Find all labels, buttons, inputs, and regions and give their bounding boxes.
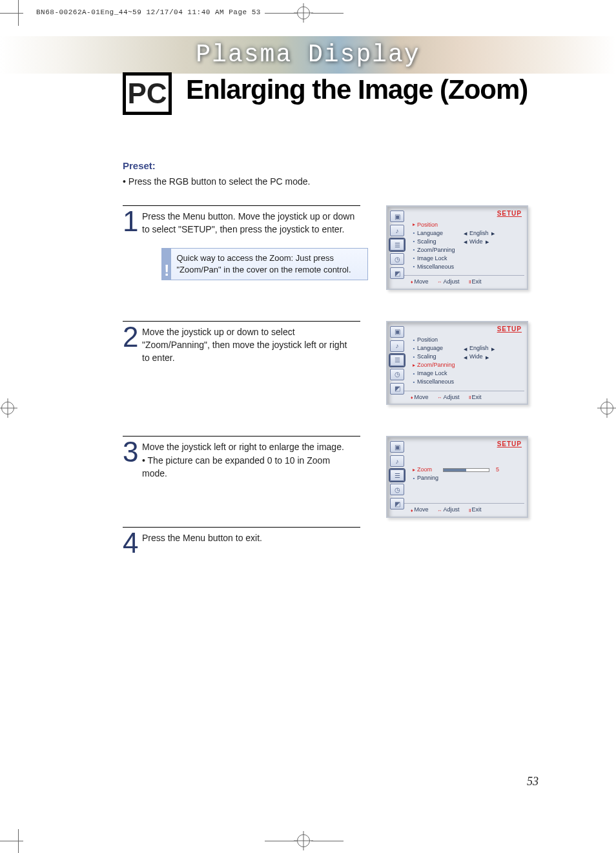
osd-item: Zoom: [417, 466, 443, 474]
zoom-value: 5: [496, 466, 499, 474]
osd-footer-adjust: Adjust: [444, 394, 460, 402]
osd-title: SETUP: [497, 211, 522, 217]
step-number: 2: [123, 325, 142, 406]
osd-footer-adjust: Adjust: [444, 506, 460, 514]
osd-footer-adjust: Adjust: [444, 278, 460, 286]
osd-item: Image Lock: [417, 370, 464, 378]
time-icon: ◷: [390, 484, 404, 495]
osd-value: English: [469, 345, 489, 353]
exclamation-icon: !: [162, 249, 171, 280]
picture-icon: ▣: [390, 326, 404, 338]
setup-icon: ☰: [390, 469, 404, 481]
setup-icon: ☰: [390, 239, 404, 251]
sound-icon: ♪: [390, 225, 404, 236]
osd-icon-rail: ▣ ♪ ☰ ◷ ◩: [390, 211, 408, 279]
osd-item: Zoom/Panning: [417, 362, 464, 369]
osd-screenshot-3: SETUP ▣ ♪ ☰ ◷ ◩ ▸Zoom 5 •Panning ♦Move ↔…: [386, 436, 528, 518]
preset-heading: Preset:: [123, 159, 539, 172]
osd-item: Panning: [417, 475, 464, 482]
step-text: Move the joystick left or right to enlar…: [142, 440, 360, 518]
page-title: Enlarging the Image (Zoom): [186, 76, 528, 103]
osd-item: Language: [417, 345, 464, 353]
osd-footer-move: Move: [415, 506, 429, 514]
step-text: Move the joystick up or down to select "…: [142, 325, 360, 406]
osd-value: Wide: [469, 353, 483, 361]
osd-title: SETUP: [497, 326, 522, 333]
step-text: Press the Menu button. Move the joystick…: [142, 210, 368, 236]
banner-title: Plasma Display: [196, 43, 420, 67]
osd-screenshot-1: SETUP ▣ ♪ ☰ ◷ ◩ ▸Position •Language◀Engl…: [386, 205, 528, 290]
page-number: 53: [527, 776, 539, 787]
osd-value: English: [469, 230, 489, 238]
step-number: 1: [123, 210, 142, 290]
osd-screenshot-2: SETUP ▣ ♪ ☰ ◷ ◩ •Position •Language◀Engl…: [386, 321, 528, 406]
osd-footer-exit: Exit: [472, 394, 482, 402]
screen-icon: ◩: [390, 498, 404, 509]
step-text: Press the Menu button to exit.: [142, 531, 267, 554]
osd-item: Position: [417, 221, 464, 229]
osd-footer-move: Move: [415, 394, 429, 402]
osd-item: Image Lock: [417, 255, 464, 263]
time-icon: ◷: [390, 253, 404, 265]
banner: Plasma Display: [0, 36, 616, 74]
zoom-slider: 5: [443, 466, 499, 474]
osd-item: Miscellaneous: [417, 378, 464, 386]
setup-icon: ☰: [390, 355, 404, 366]
osd-item: Scaling: [417, 353, 464, 361]
sound-icon: ♪: [390, 340, 404, 352]
osd-value: Wide: [469, 238, 483, 246]
osd-item: Scaling: [417, 238, 464, 246]
doc-meta: BN68-00262A-01Eng_44~59 12/17/04 11:40 A…: [36, 9, 261, 16]
osd-title: SETUP: [497, 441, 522, 447]
osd-footer-move: Move: [415, 278, 429, 286]
pc-badge: PC: [123, 72, 172, 115]
osd-item: Zoom/Panning: [417, 247, 464, 254]
osd-item: Position: [417, 336, 464, 344]
time-icon: ◷: [390, 369, 404, 380]
osd-icon-rail: ▣ ♪ ☰ ◷ ◩: [390, 441, 408, 509]
osd-icon-rail: ▣ ♪ ☰ ◷ ◩: [390, 326, 408, 395]
picture-icon: ▣: [390, 441, 404, 453]
callout: ! Quick way to access the Zoom: Just pre…: [161, 248, 368, 280]
callout-text: Quick way to access the Zoom: Just press…: [171, 249, 367, 280]
osd-footer-exit: Exit: [472, 278, 482, 286]
screen-icon: ◩: [390, 267, 404, 279]
sound-icon: ♪: [390, 455, 404, 467]
osd-item: Miscellaneous: [417, 263, 464, 271]
osd-footer-exit: Exit: [472, 506, 482, 514]
osd-item: Language: [417, 230, 464, 238]
step-number: 3: [123, 440, 142, 518]
screen-icon: ◩: [390, 383, 404, 395]
picture-icon: ▣: [390, 211, 404, 222]
step-number: 4: [123, 531, 142, 554]
preset-body: Press the RGB button to select the PC mo…: [123, 175, 539, 189]
